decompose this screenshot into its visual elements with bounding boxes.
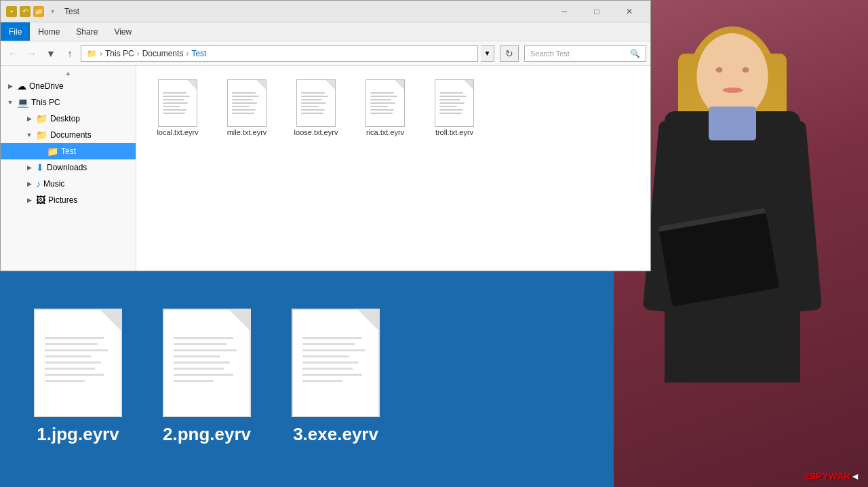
path-documents[interactable]: Documents <box>142 49 184 58</box>
menu-home[interactable]: Home <box>30 22 68 41</box>
menu-file[interactable]: File <box>1 22 30 41</box>
desktop-icon: 📁 <box>36 113 47 124</box>
test-label: Test <box>61 147 76 156</box>
minimize-button[interactable]: ─ <box>549 2 580 21</box>
blue-section: 1.jpg.eyrv 2.png.eyrv <box>0 267 614 487</box>
window-controls: ─ □ ✕ <box>549 2 645 21</box>
title-icon-1: ▪ <box>6 6 17 17</box>
this-pc-label: This PC <box>31 98 60 107</box>
onedrive-icon: ☁ <box>17 81 26 92</box>
big-file-name-3: 3.exe.eyrv <box>293 424 378 445</box>
title-icon-2: ↶ <box>20 6 31 17</box>
downloads-icon: ⬇ <box>36 162 44 173</box>
mouth <box>722 87 743 93</box>
onedrive-label: OneDrive <box>29 81 64 91</box>
file-item-4[interactable]: rica.txt.eyrv <box>355 77 416 139</box>
path-this-pc[interactable]: This PC <box>105 49 134 58</box>
menu-view[interactable]: View <box>106 22 140 41</box>
expand-this-pc: ▼ <box>6 98 14 106</box>
big-file-name-1: 1.jpg.eyrv <box>37 424 119 445</box>
address-path[interactable]: 📁 › This PC › Documents › Test <box>81 45 478 62</box>
main-area: ▲ ▶ ☁ OneDrive ▼ 💻 This PC ▶ 📁 Desktop <box>1 66 650 271</box>
music-icon: ♪ <box>36 178 41 189</box>
dropdown-button[interactable]: ▼ <box>43 45 59 62</box>
file-icon-1 <box>158 79 197 127</box>
watermark: 2SPYWAR◄ <box>804 471 860 482</box>
path-folder-icon: 📁 <box>87 49 97 58</box>
back-button[interactable]: ← <box>5 45 21 62</box>
path-sep-1: › <box>100 49 102 58</box>
person-shirt <box>709 106 756 140</box>
watermark-arrow: ◄ <box>850 471 860 482</box>
menu-bar: File Home Share View <box>1 22 650 41</box>
maximize-button[interactable]: □ <box>581 2 612 21</box>
path-test[interactable]: Test <box>191 49 206 58</box>
up-button[interactable]: ↑ <box>62 45 78 62</box>
big-file-icon-1 <box>34 309 122 417</box>
right-eye <box>743 67 749 73</box>
file-item-1[interactable]: local.txt.eyrv <box>147 77 208 139</box>
file-name-3: loose.txt.eyrv <box>294 128 338 136</box>
expand-test <box>36 147 44 155</box>
left-eye <box>716 67 723 73</box>
documents-label: Documents <box>50 130 92 140</box>
title-bar: ▪ ↶ 📁 ▾ Test ─ □ ✕ <box>1 1 650 22</box>
scroll-up-area: ▲ <box>1 69 136 78</box>
file-icon-3 <box>296 79 336 127</box>
file-icon-5 <box>435 79 474 127</box>
documents-icon: 📁 <box>36 130 47 140</box>
sidebar-item-onedrive[interactable]: ▶ ☁ OneDrive <box>1 78 136 94</box>
expand-desktop: ▶ <box>25 115 33 123</box>
search-icon: 🔍 <box>630 49 640 58</box>
sidebar-item-pictures[interactable]: ▶ 🖼 Pictures <box>1 192 136 208</box>
close-button[interactable]: ✕ <box>614 2 645 21</box>
search-placeholder: Search Test <box>530 50 627 58</box>
watermark-text: SPYWAR <box>809 471 850 482</box>
sidebar: ▲ ▶ ☁ OneDrive ▼ 💻 This PC ▶ 📁 Desktop <box>1 66 136 271</box>
music-label: Music <box>43 179 64 189</box>
file-content: local.txt.eyrv mile.txt.eyrv <box>136 66 650 271</box>
pictures-label: Pictures <box>48 195 77 205</box>
sidebar-item-test[interactable]: 📁 Test <box>1 143 136 159</box>
sidebar-item-downloads[interactable]: ▶ ⬇ Downloads <box>1 159 136 176</box>
big-file-name-2: 2.png.eyrv <box>163 424 251 445</box>
forward-button[interactable]: → <box>24 45 40 62</box>
big-file-item-1[interactable]: 1.jpg.eyrv <box>34 309 122 445</box>
refresh-button[interactable]: ↻ <box>500 45 519 62</box>
file-item-2[interactable]: mile.txt.eyrv <box>216 77 277 139</box>
path-sep-2: › <box>137 49 140 58</box>
test-icon: 📁 <box>47 146 58 157</box>
expand-downloads: ▶ <box>25 163 33 172</box>
menu-share[interactable]: Share <box>68 22 106 41</box>
sidebar-item-this-pc[interactable]: ▼ 💻 This PC <box>1 94 136 111</box>
big-file-icon-2 <box>163 309 251 417</box>
window-title: Test <box>64 7 545 16</box>
address-dropdown-btn[interactable]: ▼ <box>481 45 494 62</box>
file-name-1: local.txt.eyrv <box>157 128 198 136</box>
expand-documents: ▼ <box>25 131 33 139</box>
title-icon-4: ▾ <box>47 6 58 17</box>
sidebar-item-documents[interactable]: ▼ 📁 Documents <box>1 127 136 143</box>
big-file-item-3[interactable]: 3.exe.eyrv <box>292 309 380 445</box>
title-bar-icons: ▪ ↶ 📁 ▾ <box>6 6 58 17</box>
file-name-4: rica.txt.eyrv <box>366 128 404 136</box>
explorer-window: ▪ ↶ 📁 ▾ Test ─ □ ✕ File Home Share View … <box>0 0 651 271</box>
search-box[interactable]: Search Test 🔍 <box>524 45 646 62</box>
file-item-3[interactable]: loose.txt.eyrv <box>285 77 347 139</box>
big-file-item-2[interactable]: 2.png.eyrv <box>163 309 251 445</box>
sidebar-item-desktop[interactable]: ▶ 📁 Desktop <box>1 111 136 127</box>
person-head <box>697 33 768 118</box>
title-icon-3: 📁 <box>33 6 44 17</box>
file-item-5[interactable]: troll.txt.eyrv <box>424 77 485 139</box>
this-pc-icon: 💻 <box>17 97 28 108</box>
scroll-up-arrow[interactable]: ▲ <box>65 70 71 77</box>
file-icon-2 <box>227 79 267 127</box>
address-bar: ← → ▼ ↑ 📁 › This PC › Documents › Test ▼… <box>1 41 650 66</box>
person-figure <box>617 13 848 474</box>
sidebar-item-music[interactable]: ▶ ♪ Music <box>1 176 136 192</box>
pictures-icon: 🖼 <box>36 195 45 206</box>
file-icon-4 <box>366 79 405 127</box>
downloads-label: Downloads <box>47 163 87 172</box>
file-name-5: troll.txt.eyrv <box>435 128 473 136</box>
expand-onedrive: ▶ <box>6 82 14 90</box>
